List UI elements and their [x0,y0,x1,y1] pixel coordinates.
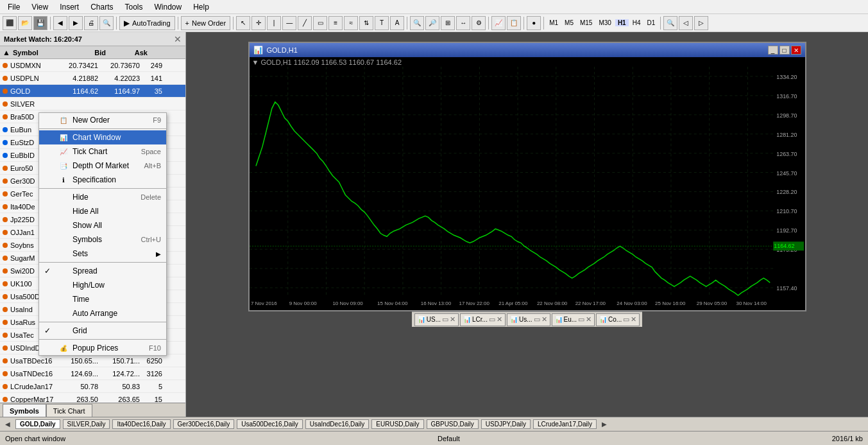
toolbar-label[interactable]: A [390,16,404,30]
market-watch-row[interactable]: SILVER [0,98,185,110]
chart-tab-0[interactable]: 📊 US... ▭ ✕ [414,313,459,326]
close-button[interactable]: ✕ [791,46,801,55]
context-menu-item-auto-arrange[interactable]: Auto Arrange [39,306,166,320]
toolbar-indicator[interactable]: 📈 [491,16,506,30]
toolbar-channel[interactable]: ≡ [328,16,343,30]
chart-tab-3[interactable]: 📊 Eu... ▭ ✕ [552,313,595,326]
symbol-tab-2[interactable]: Ita40Dec16,Daily [112,419,170,429]
toolbar-line[interactable]: | [267,16,281,30]
toolbar-zoomout[interactable]: 🔍 [410,16,424,30]
symbol-bar-scroll-right[interactable]: ▶ [599,421,609,428]
toolbar-arrow[interactable]: ↖ [236,16,250,30]
symbol-tab-8[interactable]: USDJPY,Daily [481,419,531,429]
timeframe-h4[interactable]: H4 [630,19,643,26]
menu-insert[interactable]: Insert [55,1,84,13]
toolbar-prop[interactable]: ⚙ [472,16,486,30]
market-watch-close[interactable]: ✕ [174,34,182,44]
market-watch-row[interactable]: LCrudeJan17 50.78 50.83 5 [0,380,185,393]
timeframe-h1[interactable]: H1 [615,19,629,26]
toolbar-zoom-in2[interactable]: 🔍 [99,16,114,30]
symbol-tab-0[interactable]: GOLD,Daily [15,419,60,429]
menu-view[interactable]: View [26,1,53,13]
symbol-tab-7[interactable]: GBPUSD,Daily [427,419,479,429]
tab-close2[interactable]: ✕ [541,315,547,324]
toolbar-arrows2[interactable]: ⇅ [359,16,373,30]
context-menu-item-time[interactable]: Time [39,292,166,306]
context-menu-item-chart-window[interactable]: 📊 Chart Window [39,130,166,144]
symbol-tab-3[interactable]: Ger30Dec16,Daily [173,419,235,429]
context-menu-item-hide-all[interactable]: Hide All [39,204,166,218]
tab-symbols[interactable]: Symbols [3,404,46,417]
toolbar-tline[interactable]: ╱ [298,16,312,30]
context-menu-item-high/low[interactable]: High/Low [39,278,166,292]
tab-close2[interactable]: ✕ [631,315,636,324]
menu-help[interactable]: Help [188,1,214,13]
toolbar-scroll[interactable]: ↔ [456,16,470,30]
toolbar-search[interactable]: 🔍 [663,16,677,30]
maximize-button[interactable]: □ [779,46,790,55]
toolbar-hline[interactable]: — [282,16,296,30]
toolbar-prev[interactable]: ◁ [679,16,693,30]
context-menu-item-symbols[interactable]: Symbols Ctrl+U [39,232,166,247]
context-menu-item-depth-of-market[interactable]: 📑 Depth Of Market Alt+B [39,159,166,173]
tab-close2[interactable]: ✕ [497,315,502,324]
tab-close[interactable]: ▭ [578,315,584,324]
market-watch-row[interactable]: UsaTBDec16 150.65... 150.71... 6250 [0,354,185,367]
market-watch-row[interactable]: CopperMar17 263.50 263.65 15 [0,393,185,403]
symbol-tab-5[interactable]: UsaIndDec16,Daily [305,419,370,429]
toolbar-rect[interactable]: ▭ [313,16,327,30]
toolbar-template[interactable]: 📋 [507,16,521,30]
toolbar-save[interactable]: 💾 [33,16,47,30]
context-menu-item-grid[interactable]: ✓ Grid [39,324,166,338]
context-menu-item-hide[interactable]: Hide Delete [39,190,166,204]
col-scroll-up[interactable]: ▲ [3,48,13,57]
market-watch-row[interactable]: USDPLN 4.21882 4.22023 141 [0,72,185,85]
market-watch-row[interactable]: UsaTNDec16 124.69... 124.72... 3126 [0,367,185,380]
chart-tab-1[interactable]: 📊 LCr... ▭ ✕ [460,313,506,326]
toolbar-print[interactable]: 🖨 [84,16,98,30]
toolbar-new[interactable]: ⬛ [3,16,17,30]
timeframe-m5[interactable]: M5 [562,19,576,26]
toolbar-zoomfit[interactable]: ⊞ [441,16,455,30]
tab-tick-chart[interactable]: Tick Chart [46,404,92,417]
minimize-button[interactable]: _ [768,46,778,55]
context-menu-item-new-order[interactable]: 📋 New Order F9 [39,113,166,127]
toolbar-fwd[interactable]: ▶ [69,16,83,30]
context-menu-item-tick-chart[interactable]: 📈 Tick Chart Space [39,144,166,159]
symbol-bar-scroll-left[interactable]: ◀ [3,421,13,428]
symbol-tab-4[interactable]: Usa500Dec16,Daily [237,419,302,429]
toolbar-fib[interactable]: ≈ [344,16,358,30]
menu-charts[interactable]: Charts [85,1,118,13]
toolbar-next[interactable]: ▷ [694,16,708,30]
toolbar-open[interactable]: 📂 [18,16,32,30]
chart-tab-2[interactable]: 📊 Us... ▭ ✕ [507,313,550,326]
toolbar-crosshair[interactable]: ✛ [251,16,266,30]
market-watch-row[interactable]: USDMXN 20.73421 20.73670 249 [0,59,185,72]
toolbar-zoomin[interactable]: 🔎 [425,16,439,30]
tab-close[interactable]: ▭ [623,315,629,324]
toolbar-neworder[interactable]: + New Order [181,16,231,30]
tab-close[interactable]: ▭ [534,315,540,324]
tab-close[interactable]: ▭ [489,315,495,324]
menu-file[interactable]: File [3,1,25,13]
toolbar-back[interactable]: ◀ [53,16,67,30]
toolbar-text[interactable]: T [375,16,389,30]
symbol-tab-1[interactable]: SILVER,Daily [63,419,110,429]
timeframe-m1[interactable]: M1 [547,19,561,26]
tab-close2[interactable]: ✕ [586,315,591,324]
context-menu-item-popup-prices[interactable]: 💰 Popup Prices F10 [39,341,166,355]
timeframe-m15[interactable]: M15 [577,19,595,26]
timeframe-m30[interactable]: M30 [596,19,613,26]
tab-close2[interactable]: ✕ [450,315,455,324]
context-menu-item-spread[interactable]: ✓ Spread [39,264,166,278]
menu-window[interactable]: Window [149,1,187,13]
context-menu-item-show-all[interactable]: Show All [39,218,166,232]
symbol-tab-6[interactable]: EURUSD,Daily [371,419,423,429]
context-menu-item-specification[interactable]: ℹ Specification [39,173,166,187]
market-watch-row[interactable]: GOLD 1164.62 1164.97 35 [0,85,185,98]
toolbar-circle[interactable]: ● [527,16,541,30]
menu-tools[interactable]: Tools [120,1,148,13]
toolbar-autotrading[interactable]: ▶ AutoTrading [119,16,175,30]
chart-tab-4[interactable]: 📊 Co... ▭ ✕ [596,313,640,326]
context-menu-item-sets[interactable]: Sets ▶ [39,247,166,261]
